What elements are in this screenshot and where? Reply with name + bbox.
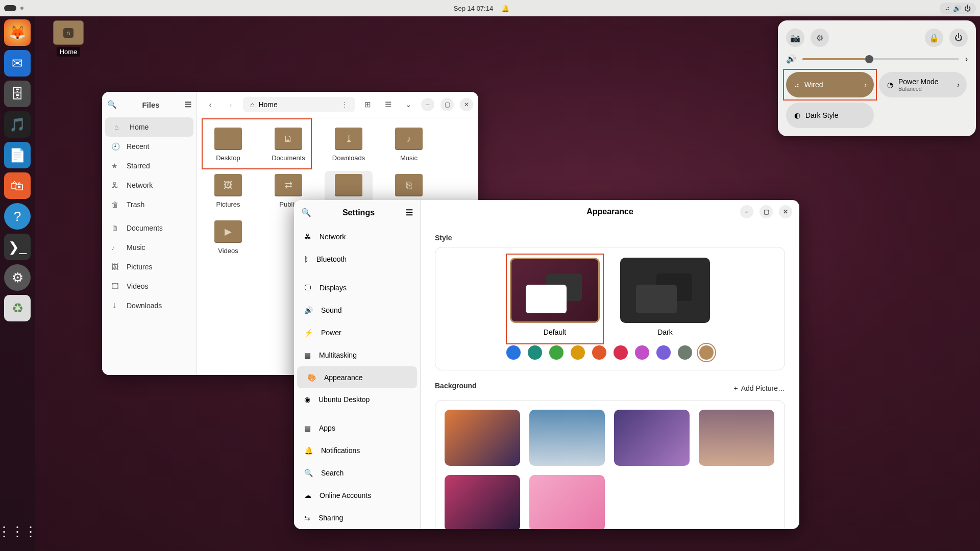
dock-files[interactable]: 🗄 [4, 81, 31, 107]
nav-network[interactable]: 🖧Network [294, 226, 420, 248]
dock-writer[interactable]: 📄 [4, 142, 31, 168]
add-picture-button[interactable]: +Add Picture… [733, 384, 785, 392]
system-menu-button[interactable]: ⠴ 🔊 ⏻ [940, 3, 976, 14]
sidebar-item-downloads[interactable]: ⤓Downloads [102, 296, 197, 315]
dark-style-toggle[interactable]: ◐ Dark Style [786, 103, 874, 128]
dock-rhythmbox[interactable]: 🎵 [4, 111, 31, 138]
power-menu-button[interactable]: ⏻ [949, 29, 968, 47]
dock-firefox[interactable]: 🦊 [4, 19, 31, 46]
nav-power[interactable]: ⚡Power [294, 321, 420, 344]
wired-toggle[interactable]: ⠴ Wired › [786, 72, 874, 97]
lock-button[interactable]: 🔒 [925, 29, 943, 47]
accent-color-3[interactable] [571, 345, 585, 360]
desktop-home-folder[interactable]: ⌂ Home [53, 20, 84, 56]
activities-button[interactable] [4, 5, 16, 11]
background-option-2[interactable] [614, 410, 690, 466]
nav-notifications[interactable]: 🔔Notifications [294, 439, 420, 462]
accent-color-4[interactable] [592, 345, 606, 360]
quick-settings-panel: 📷 ⚙ 🔒 ⏻ 🔊 › ⠴ Wired › ◔ Power ModeBalanc… [778, 20, 976, 136]
sidebar-item-videos[interactable]: 🎞Videos [102, 277, 197, 296]
hamburger-icon[interactable]: ☰ [185, 100, 191, 109]
nav-displays[interactable]: 🖵Displays [294, 277, 420, 299]
nav-appearance[interactable]: 🎨Appearance [297, 366, 417, 389]
path-menu-icon[interactable]: ⋮ [341, 101, 348, 109]
chevron-right-icon: › [864, 81, 867, 89]
folder-desktop[interactable]: Desktop [204, 124, 252, 165]
download-icon: ⤓ [111, 302, 119, 310]
accent-color-row [446, 345, 774, 360]
sidebar-item-music[interactable]: ♪Music [102, 238, 197, 257]
background-option-1[interactable] [529, 410, 605, 466]
background-grid [445, 410, 775, 529]
style-default[interactable]: Default [510, 258, 600, 336]
view-list-button[interactable]: ☰ [380, 96, 396, 113]
dock-trash[interactable]: ♻ [4, 295, 31, 321]
accent-color-6[interactable] [635, 345, 649, 360]
accent-color-5[interactable] [614, 345, 628, 360]
dock-show-apps[interactable]: ⋮⋮⋮ [4, 518, 31, 545]
background-option-5[interactable] [529, 475, 605, 529]
nav-apps[interactable]: ▦Apps [294, 417, 420, 439]
accent-color-1[interactable] [528, 345, 542, 360]
sidebar-item-starred[interactable]: ★Starred [102, 156, 197, 176]
path-bar[interactable]: ⌂Home⋮ [243, 97, 355, 112]
accent-color-2[interactable] [549, 345, 564, 360]
gauge-icon: ◔ [887, 81, 893, 89]
accent-color-9[interactable] [699, 345, 714, 360]
screenshot-button[interactable]: 📷 [786, 29, 804, 47]
sidebar-item-documents[interactable]: 🗎Documents [102, 218, 197, 238]
view-dropdown[interactable]: ⌄ [400, 96, 416, 113]
nav-sharing[interactable]: ⇆Sharing [294, 507, 420, 529]
dock-terminal[interactable]: ❯_ [4, 234, 31, 260]
chevron-right-icon[interactable]: › [965, 55, 968, 64]
new-tab-button[interactable]: ⊞ [359, 96, 376, 113]
accent-color-8[interactable] [678, 345, 692, 360]
nav-online-accounts[interactable]: ☁Online Accounts [294, 484, 420, 507]
sidebar-item-pictures[interactable]: 🖼Pictures [102, 257, 197, 277]
clock[interactable]: Sep 14 07:14 [454, 5, 493, 12]
maximize-button[interactable]: ▢ [760, 205, 773, 218]
accent-color-7[interactable] [656, 345, 671, 360]
minimize-button[interactable]: – [740, 205, 753, 218]
nav-sound[interactable]: 🔊Sound [294, 299, 420, 321]
nav-search[interactable]: 🔍Search [294, 462, 420, 484]
dock-software[interactable]: 🛍 [4, 172, 31, 199]
folder-downloads[interactable]: ⤓Downloads [325, 124, 373, 165]
dock-settings[interactable]: ⚙ [4, 264, 31, 291]
accent-color-0[interactable] [506, 345, 521, 360]
volume-slider[interactable] [802, 58, 959, 60]
dock-thunderbird[interactable]: ✉ [4, 50, 31, 77]
settings-title: Settings [316, 208, 401, 217]
appearance-icon: 🎨 [307, 373, 316, 382]
close-button[interactable]: ✕ [460, 98, 473, 111]
folder-documents[interactable]: 🗎Documents [264, 124, 312, 165]
settings-shortcut-button[interactable]: ⚙ [811, 29, 829, 47]
forward-button[interactable]: › [223, 96, 239, 113]
nav-multitasking[interactable]: ▦Multitasking [294, 344, 420, 366]
close-button[interactable]: ✕ [779, 205, 792, 218]
sidebar-item-home[interactable]: ⌂Home [105, 117, 193, 137]
folder-music[interactable]: ♪Music [385, 124, 433, 165]
moon-icon: ◐ [794, 111, 800, 119]
background-option-4[interactable] [445, 475, 520, 529]
power-mode-toggle[interactable]: ◔ Power ModeBalanced › [879, 72, 967, 97]
folder-videos[interactable]: ▶Videos [204, 217, 252, 258]
style-dark[interactable]: Dark [620, 258, 710, 336]
search-icon[interactable]: 🔍 [107, 100, 117, 109]
sidebar-item-recent[interactable]: 🕘Recent [102, 137, 197, 156]
back-button[interactable]: ‹ [202, 96, 218, 113]
folder-pictures[interactable]: 🖼Pictures [204, 171, 252, 211]
hamburger-icon[interactable]: ☰ [406, 208, 413, 217]
search-icon[interactable]: 🔍 [301, 208, 311, 217]
notification-bell-icon[interactable]: 🔔 [501, 5, 509, 12]
dock-help[interactable]: ? [4, 203, 31, 230]
maximize-button[interactable]: ▢ [440, 98, 454, 111]
nav-bluetooth[interactable]: ᛒBluetooth [294, 248, 420, 270]
sidebar-item-trash[interactable]: 🗑Trash [102, 195, 197, 214]
minimize-button[interactable]: – [421, 98, 434, 111]
background-option-0[interactable] [445, 410, 520, 466]
sidebar-item-network[interactable]: 🖧Network [102, 176, 197, 195]
bell-icon: 🔔 [304, 446, 313, 455]
nav-ubuntu-desktop[interactable]: ◉Ubuntu Desktop [294, 388, 420, 411]
background-option-3[interactable] [699, 410, 774, 466]
